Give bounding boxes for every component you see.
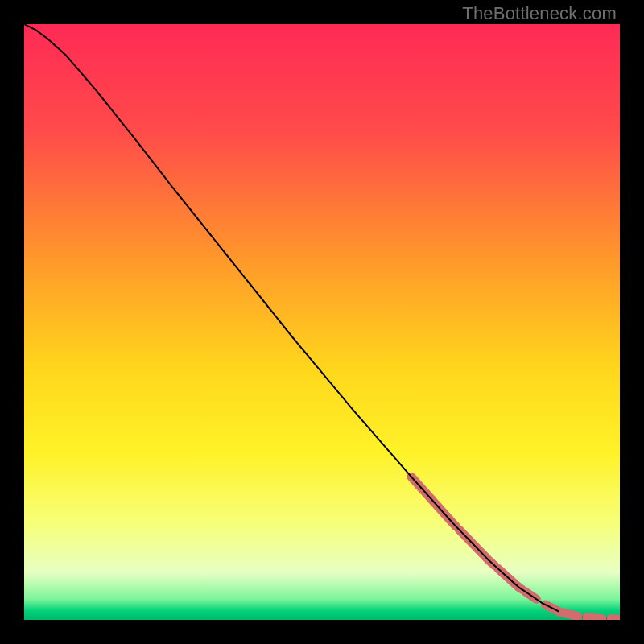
gradient-background bbox=[24, 24, 620, 620]
tail-dash bbox=[587, 617, 602, 619]
tail-dash bbox=[564, 613, 579, 616]
chart-frame bbox=[24, 24, 620, 620]
chart-svg bbox=[24, 24, 620, 620]
watermark-text: TheBottleneck.com bbox=[462, 3, 617, 24]
